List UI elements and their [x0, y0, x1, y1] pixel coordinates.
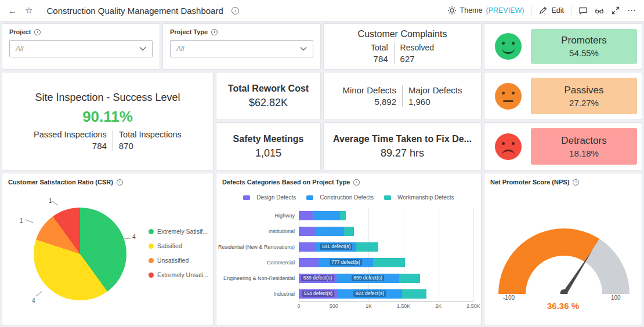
rework-cost-value: $62.82K [249, 97, 288, 109]
pie-slice-label: 1 [49, 198, 52, 204]
promoters-value: 54.55% [569, 48, 599, 58]
legend-label: Construction Defects [320, 194, 374, 201]
avg-fix-time-title: Average Time Taken to Fix De... [333, 134, 472, 144]
bar-segment[interactable] [299, 258, 319, 267]
bar-segment[interactable]: 924 defect(s) [338, 289, 402, 299]
x-tick-label: 2.50K [466, 303, 480, 309]
avg-fix-time-value: 89.27 hrs [381, 147, 424, 159]
title-info-icon[interactable]: i [231, 7, 239, 14]
detractors-value-box: Detractors 18.18% [531, 128, 637, 165]
neutral-face-icon [495, 83, 522, 110]
separator [571, 6, 571, 15]
info-icon[interactable]: i [573, 179, 579, 186]
promoters-card: Promoters 54.55% [484, 23, 642, 70]
theme-button[interactable]: Theme (PREVIEW) [447, 6, 524, 15]
bar-segment[interactable] [356, 242, 378, 252]
site-inspection-title: Site Inspection - Success Level [35, 92, 180, 104]
x-tick-label: 500 [330, 303, 338, 309]
project-filter-label: Project [9, 28, 31, 35]
edit-button[interactable]: Edit [538, 6, 564, 15]
safety-meetings-title: Safety Meetings [233, 134, 304, 144]
safety-meetings-value: 1,015 [255, 147, 281, 159]
separator [531, 6, 531, 15]
bar-segment[interactable]: 554 defect(s) [299, 289, 338, 299]
legend-marker [149, 229, 154, 234]
favorite-star-icon[interactable]: ☆ [25, 5, 32, 16]
chevron-down-icon [139, 46, 146, 51]
bar-segment[interactable]: 777 defect(s) [319, 258, 373, 267]
customer-complaints-card: Customer Complaints Total 784 Resolved 6… [323, 23, 482, 70]
bar-segment[interactable]: 899 defect(s) [337, 274, 399, 283]
bar-segment[interactable] [373, 258, 405, 267]
bar-segment[interactable] [340, 211, 346, 220]
bar-segment[interactable] [344, 227, 354, 236]
bar-segment[interactable] [299, 242, 316, 252]
bar-chart: HighwayInstitutionalResidential (New & R… [221, 208, 473, 301]
site-inspection-percent: 90.11% [82, 108, 133, 126]
nps-chart-title: Net Promoter Score (NPS) [490, 179, 569, 186]
expand-arrows-icon [611, 6, 620, 15]
bar-legend: Design Defects Construction Defects Work… [216, 194, 481, 201]
preview-button[interactable] [595, 6, 604, 15]
bar-segment[interactable] [299, 211, 313, 220]
more-options-icon[interactable]: ⋯ [627, 5, 636, 16]
detractors-card: Detractors 18.18% [484, 122, 642, 170]
pie-slice-label: 1 [20, 217, 23, 224]
bar-segment[interactable]: 581 defect(s) [316, 242, 356, 252]
avg-fix-time-card: Average Time Taken to Fix De... 89.27 hr… [323, 122, 482, 170]
x-tick-label: 1K [366, 303, 372, 309]
bar-segment[interactable] [316, 227, 344, 236]
defects-bar-chart-card: Defects Categories Based on Project Type… [216, 173, 482, 325]
theme-label: Theme [460, 6, 483, 14]
gridline [473, 208, 474, 301]
fullscreen-button[interactable] [611, 6, 620, 15]
minor-defects-value: 5,892 [374, 97, 396, 107]
legend-item[interactable]: Satisified [149, 242, 208, 249]
legend-item[interactable]: Extremely Satisif... [149, 228, 208, 235]
leader-line [36, 291, 42, 296]
pie-slices[interactable] [34, 208, 126, 300]
bar-segment[interactable] [313, 211, 340, 220]
bar-segment[interactable]: 539 defect(s) [299, 274, 337, 283]
chevron-down-icon [300, 46, 307, 51]
gauge-value: 36.36 % [484, 301, 642, 311]
bar-segment[interactable] [299, 227, 316, 236]
detractors-label: Detractors [561, 135, 606, 147]
resolved-label: Resolved [400, 43, 434, 52]
project-dropdown[interactable]: All [9, 40, 153, 57]
legend-marker [149, 272, 154, 278]
top-bar-right: Theme (PREVIEW) Edit [447, 5, 636, 16]
bar-segment[interactable] [402, 289, 426, 299]
project-type-dropdown[interactable]: All [170, 40, 313, 57]
edit-label: Edit [551, 6, 564, 14]
legend-item[interactable]: Design Defects [243, 194, 296, 201]
leader-line [25, 219, 33, 223]
promoters-value-box: Promoters 54.55% [531, 29, 637, 64]
theme-sun-icon [447, 6, 457, 15]
legend-item[interactable]: Construction Defects [306, 194, 374, 201]
pie-slice-label: 4 [132, 234, 136, 240]
total-inspections-label: Total Inspections [119, 130, 182, 139]
back-icon[interactable]: ← [8, 6, 17, 16]
info-icon[interactable]: i [211, 29, 218, 35]
bar-segment-label: 777 defect(s) [330, 259, 362, 266]
legend-marker [306, 195, 313, 200]
bar-row [299, 223, 473, 239]
gauge-pivot [560, 289, 568, 294]
comment-button[interactable] [578, 6, 588, 15]
bar-category-label: Industrial [221, 286, 299, 301]
legend-item[interactable]: Extremely Unsati... [149, 271, 208, 278]
safety-meetings-card: Safety Meetings 1,015 [216, 122, 321, 170]
info-icon[interactable]: i [353, 179, 360, 186]
project-type-filter-label: Project Type [170, 28, 208, 35]
bar-row: 581 defect(s) [299, 239, 473, 255]
legend-marker [243, 195, 250, 200]
x-tick-label: 0 [297, 303, 300, 309]
bar-row [299, 208, 473, 223]
info-icon[interactable]: i [34, 29, 41, 35]
legend-item[interactable]: Unsatisified [149, 257, 208, 264]
bar-segment[interactable] [399, 274, 420, 283]
legend-marker [149, 244, 154, 249]
legend-item[interactable]: Workmanship Defects [384, 194, 454, 201]
legend-label: Workmanship Defects [397, 194, 454, 201]
